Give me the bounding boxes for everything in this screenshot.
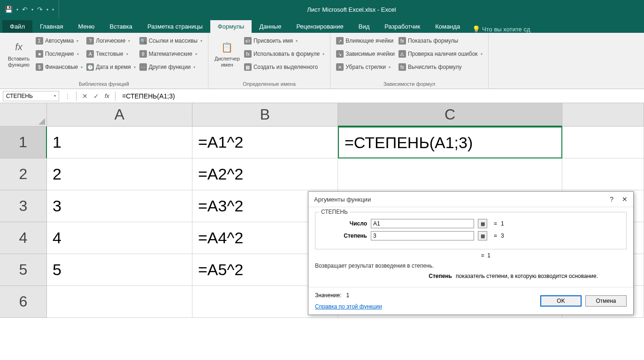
- redo-caret[interactable]: ▾: [46, 8, 48, 12]
- datetime-button[interactable]: 🕐Дата и время▾: [84, 61, 137, 73]
- col-header-a[interactable]: A: [47, 103, 192, 127]
- tab-page-layout[interactable]: Разметка страницы: [140, 20, 210, 33]
- qat-sep: ▾: [16, 8, 18, 12]
- tab-formulas[interactable]: Формулы: [210, 20, 252, 33]
- cell-a2[interactable]: 2: [47, 158, 192, 190]
- more-icon: ⋯: [139, 63, 147, 71]
- row-header-6[interactable]: 6: [0, 286, 47, 318]
- dialog-titlebar[interactable]: Аргументы функции ? ✕: [308, 192, 633, 207]
- cell-b2[interactable]: =A2^2: [192, 158, 338, 190]
- lightbulb-icon: 💡: [472, 25, 480, 33]
- math-button[interactable]: θМатематические▾: [138, 48, 204, 60]
- save-icon[interactable]: 💾: [5, 6, 13, 13]
- arg1-input[interactable]: [371, 219, 474, 228]
- trace-precedents-button[interactable]: ↗Влияющие ячейки: [334, 35, 397, 47]
- tab-view[interactable]: Вид: [351, 20, 377, 33]
- redo-icon[interactable]: ↷: [37, 6, 43, 13]
- tab-team[interactable]: Команда: [428, 20, 468, 33]
- name-manager-icon: 📋: [220, 40, 235, 55]
- cell-d2[interactable]: [562, 158, 644, 190]
- tab-data[interactable]: Данные: [252, 20, 289, 33]
- recent-label: Последние: [45, 51, 74, 57]
- insert-function-button[interactable]: fx Вставить функцию: [4, 35, 34, 73]
- row-header-5[interactable]: 5: [0, 254, 47, 286]
- recent-functions-button[interactable]: ★Последние▾: [34, 48, 84, 60]
- trace-dependents-button[interactable]: ↘Зависимые ячейки: [334, 48, 397, 60]
- name-box-dropdown-icon[interactable]: ▾: [54, 94, 56, 98]
- autosum-button[interactable]: ΣАвтосумма▾: [34, 35, 84, 47]
- fb-expand-icon[interactable]: ⋮: [62, 93, 73, 99]
- logical-label: Логические: [96, 38, 125, 44]
- ok-button[interactable]: OK: [540, 295, 582, 307]
- financial-label: Финансовые: [45, 64, 78, 70]
- lookup-icon: 🔍: [139, 37, 147, 45]
- remove-arrows-button[interactable]: ✕Убрать стрелки▾: [334, 61, 397, 73]
- undo-caret[interactable]: ▾: [31, 8, 33, 12]
- cell-c2[interactable]: [338, 158, 562, 190]
- name-manager-button[interactable]: 📋 Диспетчер имен: [212, 35, 242, 73]
- error-check-button[interactable]: ⚠Проверка наличия ошибок▾: [397, 48, 484, 60]
- cell-a6[interactable]: [47, 286, 192, 318]
- dialog-help-icon[interactable]: ?: [610, 195, 613, 203]
- cell-c1[interactable]: =СТЕПЕНЬ(A1;3): [338, 127, 562, 158]
- logical-button[interactable]: ?Логические▾: [84, 35, 137, 47]
- select-all-corner[interactable]: [0, 103, 47, 127]
- row-header-3[interactable]: 3: [0, 190, 47, 222]
- evaluate-formula-button[interactable]: fxВычислить формулу: [397, 61, 484, 73]
- other-functions-button[interactable]: ⋯Другие функции▾: [138, 61, 204, 73]
- qat-customize[interactable]: ▾: [52, 8, 54, 12]
- row-header-4[interactable]: 4: [0, 222, 47, 254]
- tag-icon: 🏷: [244, 37, 252, 45]
- group-label-audit: Зависимости формул: [334, 80, 484, 87]
- formula-input[interactable]: [118, 91, 644, 101]
- cancel-button[interactable]: Отмена: [585, 295, 627, 307]
- autosum-label: Автосумма: [45, 38, 74, 44]
- col-header-b[interactable]: B: [192, 103, 338, 127]
- name-box[interactable]: СТЕПЕНЬ ▾: [3, 91, 59, 101]
- lookup-button[interactable]: 🔍Ссылки и массивы▾: [138, 35, 204, 47]
- row-header-1[interactable]: 1: [0, 127, 47, 158]
- cell-a5[interactable]: 5: [47, 254, 192, 286]
- arg1-ref-button[interactable]: ▦: [478, 219, 487, 228]
- create-from-selection-button[interactable]: ▦Создать из выделенного: [242, 61, 326, 73]
- define-name-button[interactable]: 🏷Присвоить имя▾: [242, 35, 326, 47]
- tab-review[interactable]: Рецензирование: [289, 20, 351, 33]
- cell-a3[interactable]: 3: [47, 190, 192, 222]
- theta-icon: θ: [139, 50, 147, 58]
- function-fieldset: СТЕПЕНЬ Число ▦ = 1 Степень ▦ = 3: [315, 212, 627, 249]
- col-header-d[interactable]: [562, 103, 644, 127]
- eval-icon: fx: [399, 63, 406, 71]
- trace-prec-label: Влияющие ячейки: [345, 38, 393, 44]
- arg2-label: Степень: [320, 232, 367, 239]
- fx-icon[interactable]: fx: [105, 92, 109, 99]
- arg2-equals: =: [494, 232, 497, 239]
- text-button[interactable]: AТекстовые▾: [84, 48, 137, 60]
- tell-me-search[interactable]: 💡 Что вы хотите сд: [472, 25, 530, 33]
- financial-button[interactable]: $Финансовые▾: [34, 61, 84, 73]
- tab-insert[interactable]: Вставка: [102, 20, 140, 33]
- tab-home[interactable]: Главная: [32, 20, 70, 33]
- dialog-close-icon[interactable]: ✕: [622, 195, 628, 203]
- cell-a4[interactable]: 4: [47, 222, 192, 254]
- value-line: Значение: 1: [315, 292, 382, 299]
- cell-a1[interactable]: 1: [47, 127, 192, 158]
- show-formulas-button[interactable]: fxПоказать формулы: [397, 35, 484, 47]
- ribbon: fx Вставить функцию ΣАвтосумма▾ ★Последн…: [0, 33, 644, 89]
- math-label: Математические: [149, 51, 192, 57]
- tab-developer[interactable]: Разработчик: [377, 20, 428, 33]
- trace-prec-icon: ↗: [336, 37, 344, 45]
- cell-b1[interactable]: =A1^2: [192, 127, 338, 158]
- error-check-label: Проверка наличия ошибок: [408, 51, 478, 57]
- use-in-formula-button[interactable]: fxИспользовать в формуле▾: [242, 48, 326, 60]
- tab-file[interactable]: Файл: [2, 20, 32, 33]
- row-header-2[interactable]: 2: [0, 158, 47, 190]
- cancel-formula-icon[interactable]: ✕: [79, 92, 91, 100]
- undo-icon[interactable]: ↶: [22, 6, 28, 13]
- enter-formula-icon[interactable]: ✓: [91, 92, 102, 100]
- arg2-ref-button[interactable]: ▦: [478, 231, 487, 240]
- arg2-input[interactable]: [371, 231, 474, 240]
- col-header-c[interactable]: C: [338, 103, 562, 127]
- tab-menu[interactable]: Меню: [70, 20, 102, 33]
- cell-d1[interactable]: [562, 127, 644, 158]
- function-help-link[interactable]: Справка по этой функции: [315, 303, 382, 310]
